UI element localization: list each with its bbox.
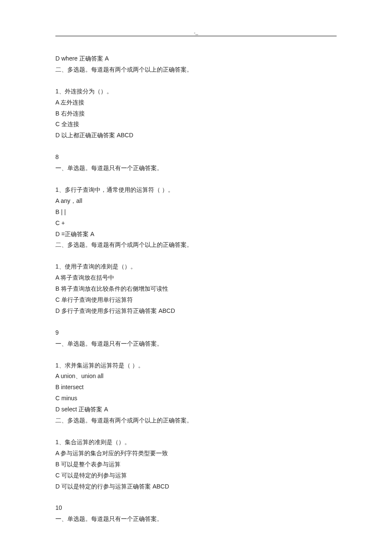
section-heading: 二、多选题。每道题有两个或两个以上的正确答案。 (55, 240, 337, 251)
section-number: 10 (55, 503, 337, 514)
section-number: 9 (55, 327, 337, 338)
option-b: B 将子查询放在比较条件的右侧增加可读性 (55, 283, 337, 295)
option-b: B intersect (55, 382, 337, 393)
page-header: -_ (55, 30, 337, 36)
blank-line (55, 251, 337, 261)
option-d: D 可以是特定的行参与运算正确答案 ABCD (55, 481, 337, 492)
option-c: C minus (55, 393, 337, 404)
blank-line (55, 492, 337, 503)
option-b: B 可以是整个表参与运算 (55, 459, 337, 470)
option-c: C + (55, 218, 337, 229)
option-c: C 单行子查询使用单行运算符 (55, 295, 337, 306)
option-c: C 全连接 (55, 119, 337, 130)
option-a: A 将子查询放在括号中 (55, 272, 337, 283)
option-d: D 以上都正确正确答案 ABCD (55, 130, 337, 141)
section-heading: 二、多选题。每道题有两个或两个以上的正确答案。 (55, 415, 337, 426)
blank-line (55, 141, 337, 152)
blank-line (55, 317, 337, 327)
blank-line (55, 174, 337, 185)
question-text: 1、多行子查询中，通常使用的运算符（ ）。 (55, 185, 337, 196)
question-text: 1、使用子查询的准则是（）。 (55, 261, 337, 272)
option-c: C 可以是特定的列参与运算 (55, 470, 337, 481)
option-d: D =正确答案 A (55, 229, 337, 240)
document-page: -_ D where 正确答案 A 二、多选题。每道题有两个或两个以上的正确答案… (0, 0, 392, 555)
option-a: A union、union all (55, 371, 337, 382)
header-mark: -_ (55, 30, 337, 35)
section-heading: 一、单选题。每道题只有一个正确答案。 (55, 163, 337, 174)
option-a: A any，all (55, 196, 337, 207)
header-rule (55, 36, 337, 36)
question-text: 1、集合运算的准则是（）。 (55, 437, 337, 448)
section-heading: 二、多选题。每道题有两个或两个以上的正确答案。 (55, 64, 337, 75)
option-a: A 参与运算的集合对应的列字符类型要一致 (55, 448, 337, 459)
section-heading: 一、单选题。每道题只有一个正确答案。 (55, 514, 337, 525)
option-b: B 右外连接 (55, 108, 337, 119)
blank-line (55, 426, 337, 437)
section-heading: 一、单选题。每道题只有一个正确答案。 (55, 338, 337, 350)
option-a: A 左外连接 (55, 97, 337, 108)
blank-line (55, 350, 337, 360)
option-d: D select 正确答案 A (55, 404, 337, 415)
option-b: B | | (55, 207, 337, 218)
text-line: D where 正确答案 A (55, 53, 337, 64)
question-text: 1、外连接分为（）。 (55, 86, 337, 97)
question-text: 1、求并集运算的运算符是（ ）。 (55, 360, 337, 371)
section-number: 8 (55, 152, 337, 163)
document-body: D where 正确答案 A 二、多选题。每道题有两个或两个以上的正确答案。 1… (55, 53, 337, 525)
blank-line (55, 75, 337, 86)
option-d: D 多行子查询使用多行运算符正确答案 ABCD (55, 306, 337, 317)
